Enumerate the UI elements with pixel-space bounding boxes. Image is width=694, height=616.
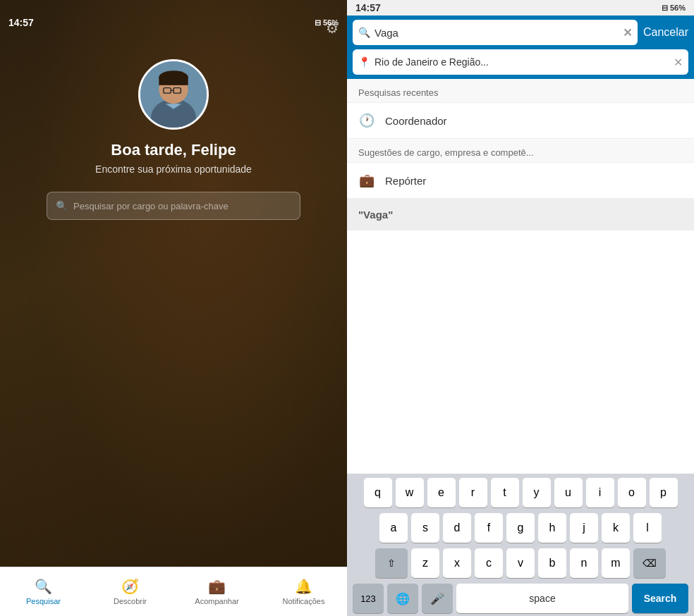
vaga-highlight: "Vaga" — [358, 209, 393, 221]
vaga-suggestion-text: "Vaga" — [358, 209, 393, 221]
time-left: 14:57 — [8, 17, 34, 28]
key-s[interactable]: s — [411, 513, 439, 543]
profile-section: Boa tarde, Felipe Encontre sua próxima o… — [47, 59, 300, 220]
left-panel: 14:57 ⊟ 56% ⚙ — [0, 0, 347, 616]
key-q[interactable]: q — [364, 478, 392, 507]
tab-notificacoes[interactable]: 🔔 Notificações — [260, 574, 347, 610]
search-input-value: Vaga — [375, 27, 619, 39]
cancel-button[interactable]: Cancelar — [643, 26, 688, 39]
tab-acompanhar[interactable]: 💼 Acompanhar — [174, 574, 260, 610]
gear-icon: ⚙ — [326, 20, 339, 36]
search-row-top: 🔍 Vaga ✕ Cancelar — [353, 20, 688, 45]
notif-tab-icon: 🔔 — [295, 578, 312, 595]
key-t[interactable]: t — [491, 478, 519, 507]
location-icon: 📍 — [358, 56, 370, 68]
shift-key[interactable]: ⇧ — [375, 548, 408, 578]
key-i[interactable]: i — [586, 478, 614, 507]
recent-item-text: Coordenador — [385, 115, 447, 127]
key-k[interactable]: k — [602, 513, 630, 543]
search-box-left[interactable]: 🔍 Pesquisar por cargo ou palavra-chave — [47, 192, 300, 220]
suggestion-briefcase-icon: 💼 — [358, 173, 375, 188]
num-key[interactable]: 123 — [353, 584, 384, 613]
status-icons-right: ⊟ 56% — [662, 4, 686, 13]
tab-pesquisar[interactable]: 🔍 Pesquisar — [0, 574, 87, 610]
search-row-location: 📍 Rio de Janeiro e Região... ✕ — [353, 49, 688, 75]
key-z[interactable]: z — [411, 548, 439, 578]
greeting-text: Boa tarde, Felipe — [111, 141, 236, 159]
key-o[interactable]: o — [618, 478, 646, 507]
time-right: 14:57 — [355, 2, 381, 13]
suggestion-reporter[interactable]: 💼 Repórter — [347, 163, 694, 199]
status-bar-left: 14:57 ⊟ 56% — [0, 14, 347, 31]
keyboard: q w e r t y u i o p a s d f g h j k l ⇧ … — [347, 474, 694, 616]
key-p[interactable]: p — [650, 478, 678, 507]
clear-search-button[interactable]: ✕ — [623, 26, 632, 39]
keyboard-row-3: ⇧ z x c v b n m ⌫ — [350, 548, 691, 578]
key-h[interactable]: h — [538, 513, 566, 543]
left-content: 14:57 ⊟ 56% ⚙ — [0, 0, 347, 616]
tab-notificacoes-label: Notificações — [283, 597, 325, 605]
tab-bar-left: 🔍 Pesquisar 🧭 Descobrir 💼 Acompanhar 🔔 N… — [0, 567, 347, 616]
suggestions-title: Sugestões de cargo, empresa e competê... — [347, 139, 694, 163]
search-tab-icon: 🔍 — [35, 578, 52, 595]
key-m[interactable]: m — [602, 548, 630, 578]
right-panel: 14:57 ⊟ 56% 🔍 Vaga ✕ Cancelar 📍 Rio de J… — [347, 0, 694, 616]
mic-key[interactable]: 🎤 — [422, 584, 453, 613]
key-f[interactable]: f — [475, 513, 503, 543]
location-value: Rio de Janeiro e Região... — [375, 56, 669, 68]
keyboard-row-4: 123 🌐 🎤 space Search — [350, 584, 691, 613]
key-d[interactable]: d — [443, 513, 471, 543]
delete-key[interactable]: ⌫ — [633, 548, 666, 578]
location-container[interactable]: 📍 Rio de Janeiro e Região... ✕ — [353, 49, 688, 75]
discover-tab-icon: 🧭 — [121, 578, 139, 595]
suggestion-item-text: Repórter — [385, 175, 426, 187]
key-y[interactable]: y — [523, 478, 551, 507]
battery-icon-right: ⊟ 56% — [662, 4, 686, 13]
tab-descobrir[interactable]: 🧭 Descobrir — [87, 574, 174, 610]
search-key[interactable]: Search — [632, 584, 688, 613]
status-bar-right: 14:57 ⊟ 56% — [347, 0, 694, 16]
tab-pesquisar-label: Pesquisar — [26, 597, 61, 605]
track-tab-icon: 💼 — [208, 578, 226, 595]
suggestions-area: Pesquisas recentes 🕐 Coordenador Sugestõ… — [347, 79, 694, 474]
tab-acompanhar-label: Acompanhar — [195, 597, 238, 605]
search-icon-left: 🔍 — [56, 200, 68, 211]
key-v[interactable]: v — [506, 548, 535, 578]
tab-descobrir-label: Descobrir — [114, 597, 147, 605]
key-n[interactable]: n — [570, 548, 598, 578]
recent-searches-title: Pesquisas recentes — [347, 79, 694, 103]
recent-clock-icon: 🕐 — [358, 113, 375, 128]
vaga-suggestion-item[interactable]: "Vaga" — [347, 199, 694, 230]
search-input-container[interactable]: 🔍 Vaga ✕ — [353, 20, 638, 45]
globe-key[interactable]: 🌐 — [387, 584, 418, 613]
key-l[interactable]: l — [633, 513, 662, 543]
key-e[interactable]: e — [427, 478, 456, 507]
space-key[interactable]: space — [456, 584, 628, 613]
search-placeholder-left: Pesquisar por cargo ou palavra-chave — [73, 201, 229, 211]
svg-rect-4 — [159, 78, 188, 85]
search-header: 🔍 Vaga ✕ Cancelar 📍 Rio de Janeiro e Reg… — [347, 16, 694, 79]
avatar[interactable] — [138, 59, 209, 130]
key-j[interactable]: j — [570, 513, 598, 543]
key-u[interactable]: u — [554, 478, 583, 507]
subtitle-text: Encontre sua próxima oportunidade — [95, 164, 252, 175]
search-icon-right: 🔍 — [358, 27, 370, 38]
key-g[interactable]: g — [506, 513, 535, 543]
key-w[interactable]: w — [396, 478, 424, 507]
gear-button[interactable]: ⚙ — [326, 20, 339, 37]
key-a[interactable]: a — [379, 513, 408, 543]
clear-location-button[interactable]: ✕ — [674, 56, 683, 69]
key-r[interactable]: r — [459, 478, 487, 507]
key-c[interactable]: c — [475, 548, 503, 578]
recent-item-coordenador[interactable]: 🕐 Coordenador — [347, 103, 694, 139]
key-x[interactable]: x — [443, 548, 471, 578]
key-b[interactable]: b — [538, 548, 566, 578]
keyboard-row-1: q w e r t y u i o p — [350, 478, 691, 507]
keyboard-row-2: a s d f g h j k l — [350, 513, 691, 543]
